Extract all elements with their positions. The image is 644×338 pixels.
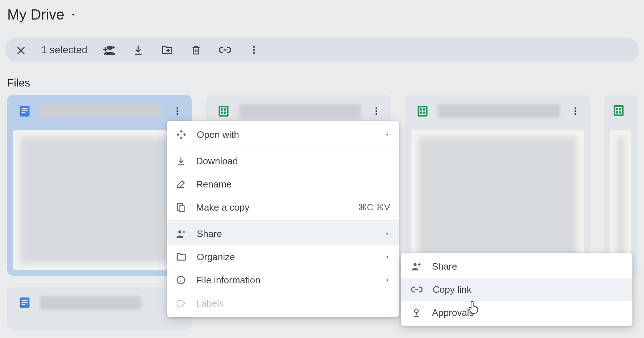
folder-icon xyxy=(176,252,187,262)
rename-icon xyxy=(176,179,186,189)
menu-label: Make a copy xyxy=(196,202,348,213)
share-submenu: Share Copy link Approvals xyxy=(401,253,632,326)
share-icon xyxy=(176,228,187,239)
get-link-button[interactable] xyxy=(218,43,232,57)
submenu-approvals[interactable]: Approvals xyxy=(401,301,632,324)
menu-organize[interactable]: Organize xyxy=(167,245,399,269)
label-icon xyxy=(176,298,186,308)
submenu-label: Share xyxy=(432,261,457,272)
svg-rect-6 xyxy=(22,110,28,111)
svg-point-16 xyxy=(376,110,377,112)
file-card[interactable] xyxy=(7,287,192,330)
sheets-icon xyxy=(612,104,625,117)
chevron-right-icon xyxy=(385,231,390,236)
svg-point-9 xyxy=(177,110,178,112)
menu-download[interactable]: Download xyxy=(167,149,399,173)
chevron-right-icon xyxy=(385,254,390,259)
submenu-label: Copy link xyxy=(433,284,471,295)
clear-selection-button[interactable] xyxy=(15,44,27,56)
svg-rect-33 xyxy=(179,206,184,211)
breadcrumb[interactable]: My Drive xyxy=(7,7,77,23)
svg-point-38 xyxy=(414,263,417,266)
file-context-menu: Open with Download Rename Make a copy ⌘C… xyxy=(167,121,399,317)
download-button[interactable] xyxy=(131,43,145,57)
svg-point-39 xyxy=(415,309,418,313)
info-icon xyxy=(176,275,186,285)
menu-label: Organize xyxy=(197,252,390,263)
file-name xyxy=(239,104,361,118)
menu-label: Rename xyxy=(196,179,390,190)
file-more-button[interactable] xyxy=(171,105,184,118)
svg-point-23 xyxy=(575,110,576,112)
svg-rect-30 xyxy=(22,300,28,301)
chevron-right-icon xyxy=(385,132,390,137)
approvals-icon xyxy=(411,307,422,318)
file-more-button[interactable] xyxy=(370,105,383,118)
share-icon xyxy=(411,261,422,272)
svg-point-15 xyxy=(376,107,377,109)
file-card-header xyxy=(7,287,192,319)
selection-toolbar: 1 selected xyxy=(5,38,639,62)
files-heading: Files xyxy=(7,77,30,89)
menu-make-a-copy[interactable]: Make a copy ⌘C ⌘V xyxy=(167,196,399,219)
drive-page: My Drive 1 selected Files xyxy=(0,0,644,338)
svg-point-24 xyxy=(575,113,576,115)
menu-open-with[interactable]: Open with xyxy=(167,123,399,146)
menu-label: Labels xyxy=(196,298,390,309)
svg-point-0 xyxy=(106,46,110,50)
svg-rect-31 xyxy=(22,302,28,303)
svg-point-10 xyxy=(177,113,178,115)
submenu-copy-link[interactable]: Copy link xyxy=(401,278,632,301)
file-name xyxy=(40,296,141,310)
svg-point-2 xyxy=(253,49,255,51)
submenu-label: Approvals xyxy=(432,307,474,318)
docs-icon xyxy=(18,105,31,118)
download-icon xyxy=(176,156,186,166)
menu-label: Share xyxy=(197,228,390,240)
file-thumbnail xyxy=(610,130,631,270)
file-card[interactable] xyxy=(7,95,192,276)
more-actions-button[interactable] xyxy=(247,43,261,57)
move-button[interactable] xyxy=(160,43,174,57)
chevron-right-icon xyxy=(385,278,390,283)
breadcrumb-title: My Drive xyxy=(7,7,64,23)
menu-share[interactable]: Share xyxy=(167,222,399,245)
open-with-icon xyxy=(176,129,187,140)
svg-point-3 xyxy=(253,52,255,54)
menu-label: File information xyxy=(196,275,390,286)
menu-label: Open with xyxy=(197,129,390,140)
menu-rename[interactable]: Rename xyxy=(167,173,399,196)
trash-button[interactable] xyxy=(189,43,203,57)
menu-file-information[interactable]: File information xyxy=(167,269,399,292)
file-card-header xyxy=(405,95,590,127)
svg-point-34 xyxy=(178,231,182,234)
copy-icon xyxy=(176,202,186,212)
svg-point-22 xyxy=(575,107,576,109)
caret-down-icon xyxy=(69,11,77,18)
sheets-icon xyxy=(217,105,230,118)
selection-count: 1 selected xyxy=(41,44,88,56)
menu-label: Download xyxy=(196,156,390,167)
sheets-icon xyxy=(416,105,429,118)
file-thumbnail xyxy=(411,130,584,270)
file-more-button[interactable] xyxy=(569,105,582,118)
svg-rect-7 xyxy=(22,112,26,113)
svg-point-37 xyxy=(181,278,181,279)
share-button[interactable] xyxy=(102,43,116,57)
file-card-header xyxy=(7,95,192,127)
svg-rect-32 xyxy=(22,304,26,305)
menu-labels: Labels xyxy=(167,292,399,315)
menu-separator xyxy=(167,148,399,148)
menu-separator xyxy=(167,220,399,221)
file-card[interactable] xyxy=(405,95,590,276)
file-name xyxy=(438,104,560,118)
file-card-header xyxy=(604,95,637,127)
svg-point-17 xyxy=(376,113,377,115)
file-card[interactable] xyxy=(604,95,637,276)
submenu-share[interactable]: Share xyxy=(401,255,632,278)
file-thumbnail xyxy=(13,130,186,270)
menu-shortcut: ⌘C ⌘V xyxy=(358,202,390,212)
link-icon xyxy=(411,284,423,295)
svg-rect-5 xyxy=(22,108,28,109)
file-name xyxy=(40,104,162,118)
